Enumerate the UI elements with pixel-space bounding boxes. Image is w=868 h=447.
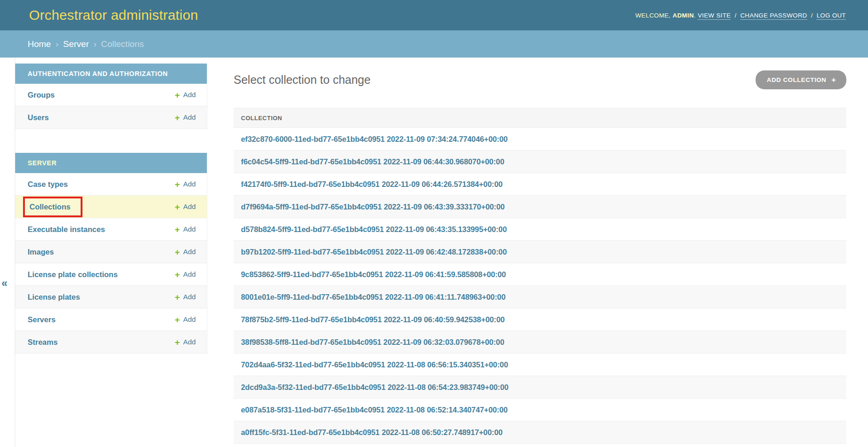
sidebar-item-groups: Groups +Add	[15, 84, 207, 106]
collection-row-link[interactable]: f42174f0-5ff9-11ed-bd77-65e1bb4c0951 202…	[241, 180, 503, 189]
collection-row-link[interactable]: 2dcd9a3a-5f32-11ed-bd77-65e1bb4c0951 202…	[241, 383, 509, 392]
sidebar-item-license-plates: License plates +Add	[15, 286, 207, 308]
collections-link[interactable]: Collections	[29, 203, 70, 211]
welcome-text: WELCOME,	[635, 12, 671, 19]
plus-icon: +	[175, 338, 180, 347]
breadcrumb-server[interactable]: Server	[63, 39, 89, 49]
column-header-collection[interactable]: COLLECTION	[241, 115, 282, 122]
table-header-row: COLLECTION	[234, 108, 846, 128]
sidebar-item-servers: Servers +Add	[15, 308, 207, 331]
add-license-plate-link[interactable]: +Add	[175, 293, 196, 302]
add-group-link[interactable]: +Add	[175, 91, 196, 99]
plus-icon: +	[175, 180, 180, 189]
site-title[interactable]: Orchestrator administration	[29, 7, 198, 23]
add-collection-link[interactable]: +Add	[175, 203, 196, 211]
sidebar-item-images: Images +Add	[15, 241, 207, 263]
case-types-link[interactable]: Case types	[28, 180, 68, 189]
sidebar-item-users: Users +Add	[15, 106, 207, 129]
sidebar-section-auth-title[interactable]: AUTHENTICATION AND AUTHORIZATION	[15, 64, 207, 84]
collapse-sidebar-button[interactable]: «	[1, 278, 7, 289]
table-row: ef32c870-6000-11ed-bd77-65e1bb4c0951 202…	[234, 128, 846, 151]
app-header: Orchestrator administration WELCOME, ADM…	[0, 0, 868, 30]
table-row: d7f9694a-5ff9-11ed-bd77-65e1bb4c0951 202…	[234, 196, 846, 218]
collection-row-link[interactable]: b97b1202-5ff9-11ed-bd77-65e1bb4c0951 202…	[241, 248, 507, 256]
license-plates-link[interactable]: License plates	[28, 293, 80, 302]
sidebar-rail: «	[0, 58, 15, 447]
collection-row-link[interactable]: 9c853862-5ff9-11ed-bd77-65e1bb4c0951 202…	[241, 270, 506, 279]
streams-link[interactable]: Streams	[28, 338, 58, 347]
table-row: f42174f0-5ff9-11ed-bd77-65e1bb4c0951 202…	[234, 173, 846, 196]
change-password-link[interactable]: CHANGE PASSWORD	[740, 12, 807, 20]
plus-icon: +	[175, 225, 180, 234]
plus-icon: +	[175, 113, 180, 122]
plus-icon: +	[175, 203, 180, 211]
sidebar-item-collections: Collections +Add	[15, 196, 207, 218]
page-title: Select collection to change	[234, 73, 370, 87]
collection-row-link[interactable]: e087a518-5f31-11ed-bd77-65e1bb4c0951 202…	[241, 406, 508, 414]
add-stream-link[interactable]: +Add	[175, 338, 196, 347]
add-user-link[interactable]: +Add	[175, 113, 196, 122]
add-executable-instance-link[interactable]: +Add	[175, 225, 196, 234]
content: Select collection to change ADD COLLECTI…	[207, 58, 868, 447]
table-row: e087a518-5f31-11ed-bd77-65e1bb4c0951 202…	[234, 399, 846, 421]
groups-link[interactable]: Groups	[28, 91, 55, 99]
table-row: d578b824-5ff9-11ed-bd77-65e1bb4c0951 202…	[234, 218, 846, 241]
add-case-type-link[interactable]: +Add	[175, 180, 196, 189]
collection-row-link[interactable]: 8001e01e-5ff9-11ed-bd77-65e1bb4c0951 202…	[241, 293, 505, 302]
plus-icon: +	[175, 91, 180, 99]
add-server-link[interactable]: +Add	[175, 315, 196, 324]
sidebar-item-case-types: Case types +Add	[15, 173, 207, 196]
license-plate-collections-link[interactable]: License plate collections	[28, 270, 117, 279]
table-row: 702d4aa6-5f32-11ed-bd77-65e1bb4c0951 202…	[234, 354, 846, 376]
sidebar-section-server-title[interactable]: SERVER	[15, 153, 207, 173]
annotation-highlight-box: Collections	[23, 197, 82, 217]
collection-row-link[interactable]: ef32c870-6000-11ed-bd77-65e1bb4c0951 202…	[241, 135, 508, 144]
collection-row-link[interactable]: a0ff15fc-5f31-11ed-bd77-65e1bb4c0951 202…	[241, 428, 503, 437]
collection-table: COLLECTION ef32c870-6000-11ed-bd77-65e1b…	[234, 108, 846, 444]
breadcrumb: Home › Server › Collections	[0, 30, 868, 58]
collection-row-link[interactable]: d7f9694a-5ff9-11ed-bd77-65e1bb4c0951 202…	[241, 203, 504, 211]
plus-icon: +	[831, 76, 836, 84]
view-site-link[interactable]: VIEW SITE	[698, 12, 731, 20]
breadcrumb-home[interactable]: Home	[28, 39, 51, 49]
add-license-plate-collection-link[interactable]: +Add	[175, 270, 196, 279]
collection-row-link[interactable]: 38f98538-5ff8-11ed-bd77-65e1bb4c0951 202…	[241, 338, 504, 347]
collection-row-link[interactable]: 78f875b2-5ff9-11ed-bd77-65e1bb4c0951 202…	[241, 315, 504, 324]
sidebar-section-auth: AUTHENTICATION AND AUTHORIZATION Groups …	[15, 64, 207, 129]
plus-icon: +	[175, 293, 180, 302]
table-row: 2dcd9a3a-5f32-11ed-bd77-65e1bb4c0951 202…	[234, 376, 846, 399]
plus-icon: +	[175, 248, 180, 256]
table-row: f6c04c54-5ff9-11ed-bd77-65e1bb4c0951 202…	[234, 151, 846, 173]
table-row: 38f98538-5ff8-11ed-bd77-65e1bb4c0951 202…	[234, 331, 846, 354]
sidebar-section-server: SERVER Case types +Add Collections +Add …	[15, 153, 207, 354]
table-row: 8001e01e-5ff9-11ed-bd77-65e1bb4c0951 202…	[234, 286, 846, 308]
username: ADMIN	[673, 12, 694, 19]
user-tools: WELCOME, ADMIN. VIEW SITE / CHANGE PASSW…	[635, 12, 846, 19]
table-row: b97b1202-5ff9-11ed-bd77-65e1bb4c0951 202…	[234, 241, 846, 263]
users-link[interactable]: Users	[28, 113, 49, 122]
table-row: a0ff15fc-5f31-11ed-bd77-65e1bb4c0951 202…	[234, 421, 846, 444]
sidebar-item-streams: Streams +Add	[15, 331, 207, 354]
sidebar-item-executable-instances: Executable instances +Add	[15, 218, 207, 241]
sidebar-item-license-plate-collections: License plate collections +Add	[15, 263, 207, 286]
servers-link[interactable]: Servers	[28, 315, 56, 324]
logout-link[interactable]: LOG OUT	[816, 12, 846, 20]
plus-icon: +	[175, 270, 180, 279]
plus-icon: +	[175, 315, 180, 324]
table-row: 9c853862-5ff9-11ed-bd77-65e1bb4c0951 202…	[234, 263, 846, 286]
add-image-link[interactable]: +Add	[175, 248, 196, 256]
collection-row-link[interactable]: d578b824-5ff9-11ed-bd77-65e1bb4c0951 202…	[241, 225, 507, 234]
executable-instances-link[interactable]: Executable instances	[28, 225, 105, 234]
images-link[interactable]: Images	[28, 248, 54, 256]
breadcrumb-current: Collections	[101, 39, 144, 49]
collection-row-link[interactable]: 702d4aa6-5f32-11ed-bd77-65e1bb4c0951 202…	[241, 360, 508, 369]
nav-sidebar: AUTHENTICATION AND AUTHORIZATION Groups …	[15, 58, 207, 447]
table-row: 78f875b2-5ff9-11ed-bd77-65e1bb4c0951 202…	[234, 308, 846, 331]
collection-row-link[interactable]: f6c04c54-5ff9-11ed-bd77-65e1bb4c0951 202…	[241, 157, 504, 166]
add-collection-button[interactable]: ADD COLLECTION +	[756, 70, 846, 89]
